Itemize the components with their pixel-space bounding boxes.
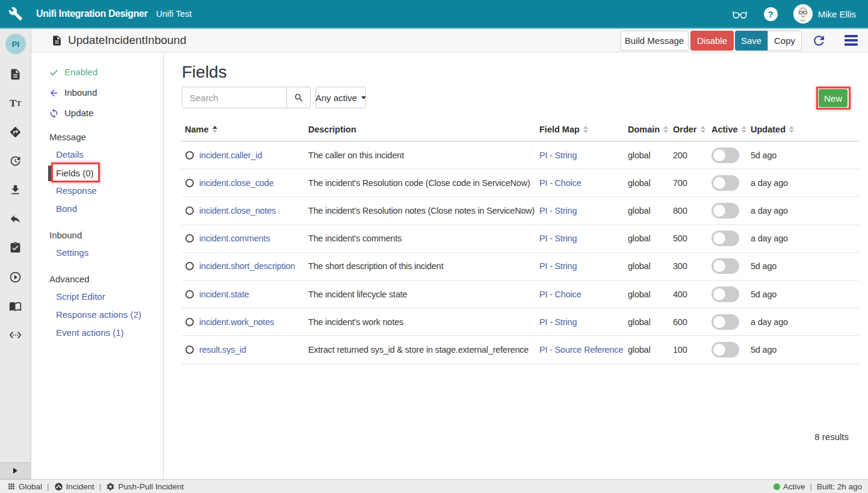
active-filter-dropdown[interactable]: Any active [315,87,366,108]
copy-button[interactable]: Copy [767,31,802,51]
field-name-link[interactable]: incident.state [199,290,249,299]
column-header-field-map[interactable]: Field Map [539,125,628,134]
column-header-updated[interactable]: Updated [751,125,859,134]
build-message-button[interactable]: Build Message [620,31,689,51]
field-name-link[interactable]: incident.short_description [199,261,295,271]
active-toggle[interactable] [711,203,739,219]
preview-glasses-icon[interactable] [732,10,748,19]
reply-icon[interactable] [0,212,31,225]
column-header-active[interactable]: Active [711,125,751,134]
field-description: The incident lifecycle state [308,290,407,299]
help-icon[interactable]: ? [764,7,778,21]
menu-icon[interactable] [845,33,858,48]
nav-item-settings[interactable]: Settings [56,246,88,259]
user-avatar[interactable] [793,4,813,23]
task-check-icon[interactable] [0,241,31,254]
column-header-description: Description [308,125,539,134]
row-radio[interactable] [185,262,194,270]
document-icon[interactable] [0,68,31,81]
nav-inbound-back[interactable]: Inbound [49,86,97,99]
field-map-link[interactable]: PI - Source Reference [539,345,623,355]
active-toggle[interactable] [711,342,739,358]
active-dot-icon [773,483,780,490]
field-description: The caller on this incident [308,150,404,160]
column-header-domain[interactable]: Domain [628,125,673,134]
integration-avatar[interactable]: PI [5,34,26,54]
download-icon[interactable] [0,184,31,196]
field-map-link[interactable]: PI - Choice [539,290,581,299]
nav-update-type: Update [49,107,93,120]
sidebar-expand-button[interactable] [0,462,31,479]
save-button[interactable]: Save [735,31,767,51]
field-name-link[interactable]: incident.caller_id [199,150,262,160]
book-icon[interactable] [0,300,31,312]
wrench-icon [0,7,31,21]
row-radio[interactable] [185,206,194,215]
field-domain: global [628,261,651,271]
directions-icon[interactable] [0,126,31,138]
nav-item-script-editor[interactable]: Script Editor [56,290,105,303]
main-content: Fields Any active New Name Description F… [164,52,868,479]
search-button[interactable] [287,87,311,108]
row-radio[interactable] [185,346,194,354]
field-updated: a day ago [751,206,788,215]
field-description: The incident's Resolution code (Close co… [308,178,530,188]
active-toggle[interactable] [711,175,739,191]
row-radio[interactable] [185,179,194,187]
refresh-icon[interactable] [811,33,826,48]
field-order: 600 [673,317,687,327]
field-map-link[interactable]: PI - String [539,234,577,243]
search-input[interactable] [182,87,287,108]
nav-item-event-actions[interactable]: Event actions (1) [56,326,124,340]
active-toggle[interactable] [711,287,739,302]
row-radio[interactable] [185,151,194,160]
field-name-link[interactable]: incident.close_notes [199,206,276,215]
active-toggle[interactable] [711,147,739,163]
active-toggle[interactable] [711,231,739,246]
field-map-link[interactable]: PI - Choice [539,178,581,188]
play-circle-icon[interactable] [0,271,31,284]
field-updated: 5d ago [751,150,777,160]
row-radio[interactable] [185,318,194,326]
disable-button[interactable]: Disable [690,31,734,51]
table-row: incident.close_code The incident's Resol… [182,169,859,197]
field-map-link[interactable]: PI - String [539,150,577,160]
update-history-icon[interactable] [0,155,31,167]
field-name-link[interactable]: incident.comments [199,234,270,243]
field-map-link[interactable]: PI - String [539,317,577,327]
environment-name[interactable]: Unifi Test [156,9,191,19]
status-app[interactable]: Incident [54,482,95,491]
table-row: incident.short_description The short des… [182,253,859,281]
nav-item-bond[interactable]: Bond [56,202,77,215]
table-row: incident.caller_id The caller on this in… [182,141,859,169]
field-map-link[interactable]: PI - String [539,261,577,271]
status-active: Active [773,482,805,491]
field-name-link[interactable]: incident.work_notes [199,317,274,327]
active-toggle[interactable] [711,314,739,330]
field-updated: a day ago [751,317,788,327]
status-process[interactable]: Push-Pull Incident [106,482,184,491]
status-bar: Global | Incident | Push-Pull Incident A… [0,479,868,493]
text-format-icon[interactable]: TT [0,97,31,110]
column-header-order[interactable]: Order [673,125,711,134]
toggle-knob [713,204,726,217]
field-map-link[interactable]: PI - String [539,206,577,215]
column-header-name[interactable]: Name [182,125,308,134]
field-description: The short description of this incident [308,261,444,271]
row-radio[interactable] [185,290,194,299]
field-order: 100 [673,345,687,355]
status-scope[interactable]: Global [7,482,42,491]
nav-item-response[interactable]: Response [56,184,97,197]
document-header: UpdateIncidentInbound Build Message Disa… [31,29,868,52]
active-toggle[interactable] [711,258,739,274]
toggle-knob [713,176,726,190]
nav-item-response-actions[interactable]: Response actions (2) [56,308,141,321]
field-name-link[interactable]: incident.close_code [199,178,274,188]
field-name-link[interactable]: result.sys_id [199,345,246,355]
code-icon[interactable] [0,329,31,341]
user-name[interactable]: Mike Ellis [818,9,856,19]
field-description: The incident's Resolution notes (Close n… [308,206,535,215]
field-order: 700 [673,178,687,188]
row-radio[interactable] [185,234,194,243]
nav-item-details[interactable]: Details [56,148,84,161]
